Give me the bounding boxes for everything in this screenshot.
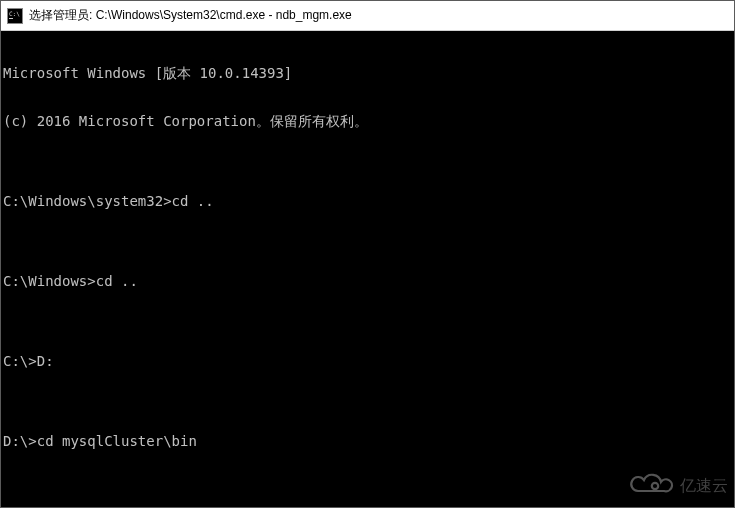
terminal-line: (c) 2016 Microsoft Corporation。保留所有权利。 [3,113,732,129]
terminal-line: Microsoft Windows [版本 10.0.14393] [3,65,732,81]
cmd-window: C:\ 选择管理员: C:\Windows\System32\cmd.exe -… [0,0,735,508]
terminal-line: C:\>D: [3,353,732,369]
terminal-output[interactable]: Microsoft Windows [版本 10.0.14393] (c) 20… [1,31,734,507]
terminal-line: C:\Windows>cd .. [3,273,732,289]
svg-rect-3 [9,18,13,19]
titlebar[interactable]: C:\ 选择管理员: C:\Windows\System32\cmd.exe -… [1,1,734,31]
svg-text:C:\: C:\ [9,10,20,17]
window-title: 选择管理员: C:\Windows\System32\cmd.exe - ndb… [29,7,352,24]
terminal-line: D:\>cd mysqlCluster\bin [3,433,732,449]
terminal-line: C:\Windows\system32>cd .. [3,193,732,209]
cmd-icon: C:\ [7,8,23,24]
